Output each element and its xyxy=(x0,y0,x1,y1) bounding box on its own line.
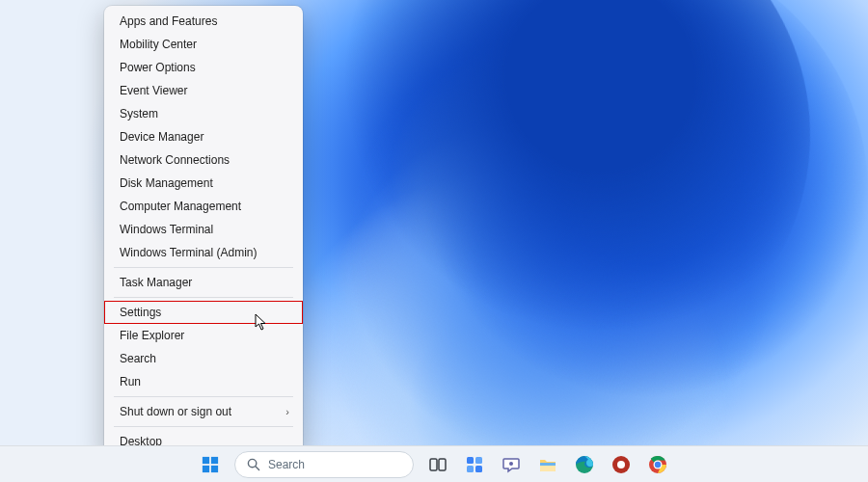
svg-rect-11 xyxy=(475,466,482,472)
menu-item[interactable]: Run xyxy=(104,370,303,393)
svg-point-4 xyxy=(248,459,256,467)
menu-item-label: System xyxy=(120,107,158,120)
menu-item[interactable]: Windows Terminal xyxy=(104,218,303,241)
menu-item-label: Power Options xyxy=(120,61,196,74)
svg-rect-7 xyxy=(439,459,446,470)
svg-rect-9 xyxy=(475,457,482,464)
edge-icon xyxy=(575,455,594,474)
menu-separator xyxy=(114,426,293,427)
winx-context-menu: Apps and FeaturesMobility CenterPower Op… xyxy=(104,6,303,457)
chat-icon xyxy=(502,455,521,474)
menu-item-label: Shut down or sign out xyxy=(120,405,231,418)
menu-item[interactable]: Event Viewer xyxy=(104,79,303,102)
search-box[interactable]: Search xyxy=(234,451,414,478)
chevron-right-icon: › xyxy=(285,406,289,417)
menu-item-label: Windows Terminal (Admin) xyxy=(120,246,257,259)
start-icon xyxy=(202,456,219,473)
file-explorer-button[interactable] xyxy=(535,452,560,477)
widgets-icon xyxy=(465,455,484,474)
widgets-button[interactable] xyxy=(462,452,487,477)
menu-item-label: Run xyxy=(120,375,141,388)
menu-item-label: Search xyxy=(120,352,156,365)
menu-separator xyxy=(114,396,293,397)
menu-item-label: Settings xyxy=(120,306,161,319)
menu-item[interactable]: Mobility Center xyxy=(104,33,303,56)
svg-point-12 xyxy=(509,462,513,466)
unknown-app-icon xyxy=(611,455,631,474)
menu-item-label: File Explorer xyxy=(120,329,184,342)
menu-item[interactable]: Windows Terminal (Admin) xyxy=(104,241,303,264)
svg-rect-0 xyxy=(203,456,209,463)
menu-item[interactable]: Device Manager xyxy=(104,125,303,148)
chrome-button[interactable] xyxy=(645,452,670,477)
menu-item[interactable]: Apps and Features xyxy=(104,10,303,33)
menu-item-label: Task Manager xyxy=(120,276,192,289)
menu-item[interactable]: Disk Management xyxy=(104,172,303,195)
task-view-button[interactable] xyxy=(425,452,450,477)
chrome-icon xyxy=(648,455,667,474)
menu-item-label: Apps and Features xyxy=(120,14,217,28)
taskbar: Search xyxy=(0,445,868,482)
menu-item[interactable]: File Explorer xyxy=(104,324,303,347)
menu-item-label: Device Manager xyxy=(120,130,203,144)
menu-item-label: Mobility Center xyxy=(120,38,197,51)
svg-rect-1 xyxy=(211,456,218,463)
task-view-icon xyxy=(428,455,448,474)
menu-item-label: Event Viewer xyxy=(120,84,187,97)
svg-rect-3 xyxy=(211,465,218,471)
search-icon xyxy=(247,458,260,471)
menu-item[interactable]: Computer Management xyxy=(104,195,303,218)
search-placeholder: Search xyxy=(268,458,305,471)
svg-rect-2 xyxy=(203,465,209,471)
menu-item[interactable]: Search xyxy=(104,347,303,370)
menu-item[interactable]: Task Manager xyxy=(104,271,303,294)
menu-item[interactable]: Power Options xyxy=(104,56,303,79)
svg-point-17 xyxy=(617,461,625,469)
desktop: Apps and FeaturesMobility CenterPower Op… xyxy=(0,0,868,482)
menu-item-label: Network Connections xyxy=(120,153,230,167)
svg-point-20 xyxy=(655,461,661,467)
menu-item-label: Computer Management xyxy=(120,200,241,213)
menu-item[interactable]: Settings xyxy=(104,301,303,324)
chat-button[interactable] xyxy=(499,452,524,477)
menu-separator xyxy=(114,297,293,298)
file-explorer-icon xyxy=(538,455,557,474)
menu-item[interactable]: System xyxy=(104,102,303,125)
cursor-icon xyxy=(255,313,268,331)
svg-rect-10 xyxy=(467,466,474,472)
menu-separator xyxy=(114,267,293,268)
start-button[interactable] xyxy=(198,452,223,477)
svg-rect-6 xyxy=(430,459,437,470)
edge-button[interactable] xyxy=(572,452,597,477)
svg-line-5 xyxy=(256,467,259,470)
menu-item[interactable]: Network Connections xyxy=(104,148,303,172)
menu-item-label: Windows Terminal xyxy=(120,223,213,236)
app-button[interactable] xyxy=(609,452,634,477)
svg-rect-8 xyxy=(467,457,474,464)
svg-rect-14 xyxy=(540,463,556,466)
menu-item-label: Disk Management xyxy=(120,176,213,190)
menu-item[interactable]: Shut down or sign out› xyxy=(104,400,303,423)
